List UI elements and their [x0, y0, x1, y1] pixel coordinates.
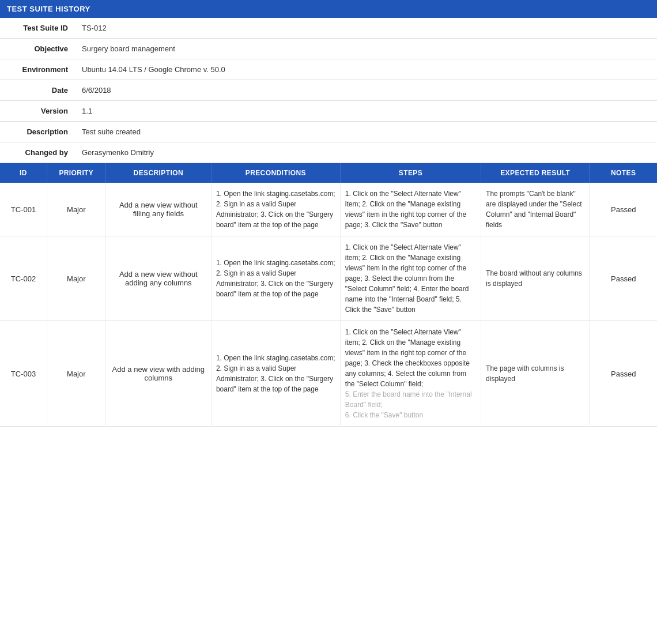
- col-header-notes: NOTES: [590, 163, 657, 183]
- info-row-test-suite-id: Test Suite ID TS-012: [0, 18, 657, 39]
- info-row-objective: Objective Surgery board management: [0, 39, 657, 59]
- info-row-environment: Environment Ubuntu 14.04 LTS / Google Ch…: [0, 59, 657, 80]
- date-label: Date: [0, 80, 75, 101]
- cell-notes: Passed: [590, 236, 657, 321]
- table-row: TC-003MajorAdd a new view with adding co…: [0, 321, 657, 427]
- cell-expected-result: The prompts "Can't be blank" are display…: [481, 183, 590, 236]
- environment-value: Ubuntu 14.04 LTS / Google Chrome v. 50.0: [75, 59, 657, 80]
- col-header-id: ID: [0, 163, 47, 183]
- cell-steps: 1. Click on the "Select Alternate View" …: [340, 183, 481, 236]
- header-bar: TEST SUITE HISTORY: [0, 0, 657, 18]
- cell-preconditions: 1. Open the link staging.casetabs.com; 2…: [211, 236, 340, 321]
- col-header-priority: PRIORITY: [47, 163, 105, 183]
- cell-description: Add a new view without adding any column…: [105, 236, 211, 321]
- cell-expected-result: The board without any columns is display…: [481, 236, 590, 321]
- cell-steps: 1. Click on the "Select Alternate View" …: [340, 321, 481, 427]
- info-row-description: Description Test suite created: [0, 122, 657, 142]
- table-row: TC-002MajorAdd a new view without adding…: [0, 236, 657, 321]
- cell-expected-result: The page with columns is displayed: [481, 321, 590, 427]
- cell-id: TC-002: [0, 236, 47, 321]
- cell-priority: Major: [47, 321, 105, 427]
- version-value: 1.1: [75, 101, 657, 122]
- cell-id: TC-003: [0, 321, 47, 427]
- environment-label: Environment: [0, 59, 75, 80]
- description-value: Test suite created: [75, 122, 657, 142]
- cell-priority: Major: [47, 236, 105, 321]
- cell-preconditions: 1. Open the link staging.casetabs.com; 2…: [211, 321, 340, 427]
- cell-priority: Major: [47, 183, 105, 236]
- date-value: 6/6/2018: [75, 80, 657, 101]
- cell-notes: Passed: [590, 183, 657, 236]
- cell-notes: Passed: [590, 321, 657, 427]
- cell-description: Add a new view without filling any field…: [105, 183, 211, 236]
- cell-preconditions: 1. Open the link staging.casetabs.com; 2…: [211, 183, 340, 236]
- col-header-expected: EXPECTED RESULT: [481, 163, 590, 183]
- description-label: Description: [0, 122, 75, 142]
- objective-label: Objective: [0, 39, 75, 59]
- test-suite-id-label: Test Suite ID: [0, 18, 75, 39]
- table-row: TC-001MajorAdd a new view without fillin…: [0, 183, 657, 236]
- version-label: Version: [0, 101, 75, 122]
- changed-by-value: Gerasymenko Dmitriy: [75, 142, 657, 163]
- info-row-version: Version 1.1: [0, 101, 657, 122]
- data-table: ID PRIORITY DESCRIPTION PRECONDITIONS ST…: [0, 163, 657, 427]
- header-title: TEST SUITE HISTORY: [7, 5, 90, 13]
- info-table: Test Suite ID TS-012 Objective Surgery b…: [0, 18, 657, 163]
- col-header-description: DESCRIPTION: [105, 163, 211, 183]
- info-row-changed-by: Changed by Gerasymenko Dmitriy: [0, 142, 657, 163]
- cell-description: Add a new view with adding columns: [105, 321, 211, 427]
- cell-id: TC-001: [0, 183, 47, 236]
- changed-by-label: Changed by: [0, 142, 75, 163]
- objective-value: Surgery board management: [75, 39, 657, 59]
- cell-steps: 1. Click on the "Select Alternate View" …: [340, 236, 481, 321]
- table-header-row: ID PRIORITY DESCRIPTION PRECONDITIONS ST…: [0, 163, 657, 183]
- page-wrapper: TEST SUITE HISTORY Test Suite ID TS-012 …: [0, 0, 657, 427]
- col-header-preconditions: PRECONDITIONS: [211, 163, 340, 183]
- col-header-steps: STEPS: [340, 163, 481, 183]
- test-suite-id-value: TS-012: [75, 18, 657, 39]
- info-row-date: Date 6/6/2018: [0, 80, 657, 101]
